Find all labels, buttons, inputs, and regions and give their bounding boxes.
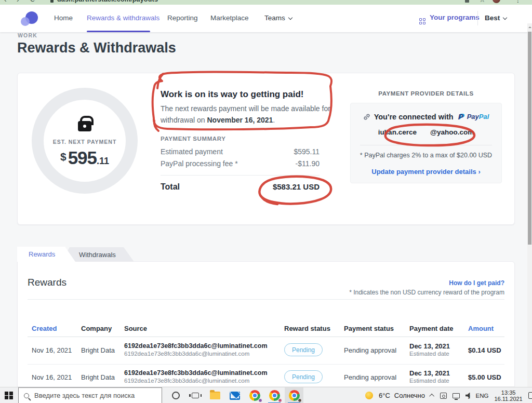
paypal-fee-note: * PayPal charges 2% to a max of $20.00 U… <box>351 152 501 159</box>
browser-chrome: ‹ › ⟳ dash.partnerstack.com/payouts ☆ ⋮ <box>0 0 532 5</box>
gauge-label: EST. NEXT PAYMENT <box>53 139 117 145</box>
col-header-source[interactable]: Source <box>124 325 147 332</box>
network-icon[interactable] <box>453 393 460 398</box>
scrollbar-thumb[interactable] <box>528 32 531 245</box>
col-header-created[interactable]: Created <box>32 325 57 332</box>
email-domain: @yahoo.com <box>430 128 474 136</box>
payment-summary-title: PAYMENT SUMMARY <box>161 136 226 142</box>
partner-select[interactable]: Best <box>485 14 507 22</box>
search-icon <box>24 393 29 398</box>
action-center-button[interactable]: 1 <box>528 392 532 399</box>
row-amount: $5.00 USD <box>468 373 501 381</box>
row-source-secondary: 6192dea1e73e8fc3bb3dda6c@luminatinet.com <box>124 351 249 357</box>
browser-back-icon[interactable]: ‹ <box>4 0 7 4</box>
how-do-i-get-paid-link[interactable]: How do I get paid? <box>449 279 504 287</box>
mail-button[interactable] <box>225 387 244 403</box>
browser-forward-icon[interactable]: › <box>17 0 19 4</box>
row-payment-date: Dec 13, 2021 <box>409 369 450 377</box>
page-scrollbar[interactable] <box>527 23 532 387</box>
col-header-amount[interactable]: Amount <box>468 325 494 332</box>
total-label: Total <box>161 182 180 192</box>
nav-item-marketplace[interactable]: Marketplace <box>210 14 249 22</box>
taskbar-search[interactable] <box>18 387 162 403</box>
browser-menu-icon[interactable]: ⋮ <box>514 0 522 4</box>
chrome-button-1[interactable] <box>245 387 264 403</box>
row-company: Bright Data <box>81 373 115 381</box>
language-indicator[interactable]: ENG <box>476 393 489 399</box>
nav-label: Marketplace <box>210 14 249 22</box>
lock-icon <box>78 121 91 131</box>
logo-circle-light <box>21 17 30 26</box>
scroll-up-icon[interactable] <box>528 25 531 28</box>
row-payment-date-note: Estimated date <box>409 378 449 384</box>
task-view-button[interactable] <box>186 387 205 403</box>
col-header-payment-status[interactable]: Payment status <box>344 325 394 332</box>
start-button[interactable] <box>0 387 18 403</box>
summary-value: $595.11 <box>294 147 320 156</box>
col-header-reward-status[interactable]: Reward status <box>284 325 330 332</box>
active-tab-underline <box>87 31 150 32</box>
browser-avatar[interactable] <box>493 0 500 3</box>
gauge-amount: $595.11 <box>60 147 109 168</box>
tray-app-icon[interactable] <box>440 393 447 399</box>
update-provider-link[interactable]: Update payment provider details › <box>351 168 501 176</box>
subtext-date: November 16, 2021 <box>207 116 273 124</box>
grid-icon <box>419 18 425 24</box>
taskbar-clock[interactable]: 13:3516.11.2021 <box>495 389 523 402</box>
url-bar[interactable]: dash.partnerstack.com/payouts <box>57 0 158 3</box>
bookmark-star-icon[interactable]: ☆ <box>479 0 486 4</box>
your-programs-button[interactable]: Your programs <box>419 14 480 24</box>
chrome-button-3[interactable] <box>285 387 303 403</box>
row-created: Nov 16, 2021 <box>32 346 72 354</box>
email-user: iulian.cerce <box>378 128 417 136</box>
cortana-button[interactable] <box>166 387 185 403</box>
nav-divider <box>477 11 478 25</box>
row-payment-date: Dec 13, 2021 <box>409 342 450 350</box>
nav-label: Rewards & withdrawals <box>87 14 159 22</box>
app-navbar: Home Rewards & withdrawals Reporting Mar… <box>0 5 532 32</box>
profile-badge <box>258 398 262 402</box>
chrome-button-2[interactable] <box>265 387 284 403</box>
connected-text: You're connected with <box>374 113 454 121</box>
nav-label: Reporting <box>167 14 198 22</box>
cortana-icon <box>172 392 180 399</box>
weather-desc[interactable]: Солнечно <box>394 392 425 399</box>
paypal-wordmark: PayPal <box>467 113 489 120</box>
nav-item-rewards-withdrawals[interactable]: Rewards & withdrawals <box>87 14 159 22</box>
file-explorer-button[interactable] <box>206 387 224 403</box>
non-usd-note: * Indicates the non USD currency reward … <box>349 289 504 296</box>
next-payment-card: EST. NEXT PAYMENT $595.11 Work is on its… <box>17 73 515 225</box>
summary-value: -$11.90 <box>296 159 320 168</box>
nav-item-teams[interactable]: Teams <box>264 14 292 22</box>
paypal-monogram-icon: P <box>458 112 463 121</box>
col-header-payment-date[interactable]: Payment date <box>409 325 454 332</box>
row-payment-date-note: Estimated date <box>409 351 449 357</box>
payment-headline: Work is on its way to getting paid! <box>161 89 303 100</box>
row-source-secondary: 6192dea1e73e8fc3bb3dda6c@luminatinet.com <box>124 378 249 384</box>
nav-item-reporting[interactable]: Reporting <box>167 14 198 22</box>
paypal-word-b: Pal <box>479 113 489 120</box>
col-header-company[interactable]: Company <box>81 325 112 332</box>
nav-item-home[interactable]: Home <box>54 14 73 22</box>
tab-rewards[interactable]: Rewards <box>17 247 75 262</box>
browser-refresh-icon[interactable]: ⟳ <box>30 0 36 4</box>
provider-divider <box>360 145 492 145</box>
chevron-down-icon <box>288 16 292 20</box>
weather-sun-icon[interactable] <box>365 392 373 399</box>
row-payment-status: Pending approval <box>344 373 396 381</box>
mail-icon <box>230 392 240 400</box>
search-input[interactable] <box>34 392 154 399</box>
volume-button[interactable]: ) <box>466 393 470 399</box>
summary-divider <box>161 175 320 176</box>
partnerstack-logo[interactable] <box>21 11 38 27</box>
extension-icon[interactable] <box>465 0 469 3</box>
payment-gauge-inner: EST. NEXT PAYMENT $595.11 <box>44 100 126 182</box>
row-amount: $0.14 USD <box>468 346 501 354</box>
payment-subtext: The next rewards payment will be made av… <box>161 103 337 126</box>
weather-temp[interactable]: 6°C <box>379 392 390 399</box>
nav-label: Teams <box>264 14 285 22</box>
profile-badge <box>278 398 282 402</box>
currency-symbol: $ <box>60 151 66 163</box>
divider <box>28 299 504 300</box>
tray-expand-icon[interactable] <box>429 394 434 399</box>
